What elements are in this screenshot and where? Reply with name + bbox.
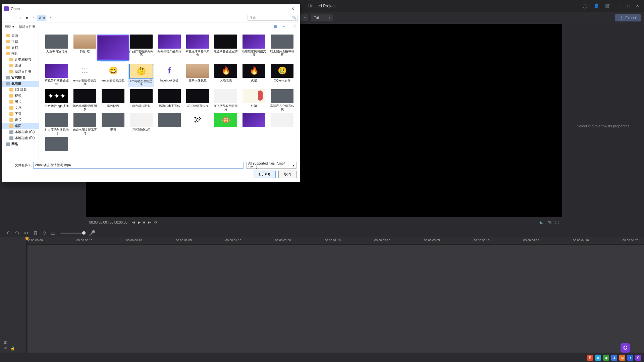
nav-back-icon[interactable]: ← [4, 16, 9, 19]
file-filter-combo[interactable]: All supported files (*.mp4 *.m...) ▾ [246, 162, 297, 169]
resolution-dropdown[interactable]: Full▾ [311, 14, 333, 21]
file-thumbnail[interactable]: 动感酷炫快闪图文商 [241, 35, 267, 62]
sidebar-item[interactable]: 图片 [2, 99, 39, 105]
file-thumbnail[interactable]: 时尚简约年终总结计 [44, 113, 70, 135]
dialog-close-button[interactable]: ✕ [288, 5, 298, 12]
sidebar-item[interactable]: 视频 [2, 93, 39, 99]
voice-button[interactable]: 🎤 [89, 230, 95, 236]
user-icon[interactable]: 👤 [594, 3, 599, 8]
file-thumbnail[interactable]: 描边艺术字宣传 [156, 89, 182, 111]
file-thumbnail[interactable]: 🔥火焰燃烧 [213, 64, 239, 87]
prev-frame-button[interactable]: ⏮ [131, 220, 135, 224]
file-thumbnail[interactable]: 花艺培训宣传片 [184, 89, 211, 111]
undo-button[interactable]: ↶ [6, 230, 10, 236]
export-button[interactable]: Export [615, 14, 641, 21]
organize-menu[interactable]: 组织 ▾ [5, 24, 14, 29]
file-thumbnail[interactable]: 背景人像视频 [184, 64, 211, 87]
file-thumbnail[interactable]: 商务高端产品介绍 [156, 35, 182, 62]
sidebar-item[interactable]: 素材 [2, 63, 39, 69]
file-thumbnail[interactable]: 😢QQ emoji 哭 [269, 64, 295, 87]
tray-icon[interactable]: ⇅ [595, 355, 601, 361]
open-button[interactable]: 打开(O) [253, 171, 276, 178]
sidebar-item[interactable]: 3D 对象 [2, 87, 39, 93]
file-thumbnail[interactable]: 视频 [100, 113, 126, 135]
sidebar-item[interactable]: 本地磁盘 (C:) [2, 129, 39, 135]
file-thumbnail[interactable] [156, 113, 182, 135]
track-lock-icon[interactable]: 🔒 [10, 346, 15, 351]
playhead[interactable] [27, 237, 27, 353]
file-thumbnail[interactable]: ✦✦✦白色华贵logo演绎 [44, 89, 70, 111]
file-thumbnail[interactable]: 🤔emoji动态表情思考 [128, 64, 154, 87]
new-folder-button[interactable]: 新建文件夹 [19, 24, 36, 29]
snapshot-icon[interactable]: 📷 [547, 221, 551, 224]
stop-button[interactable]: ■ [143, 220, 146, 224]
sidebar-item[interactable]: 下载 [2, 111, 39, 117]
nav-fwd-icon[interactable]: → [11, 16, 17, 19]
file-thumbnail[interactable]: 黑色质感快闪拼图多 [72, 89, 98, 111]
sidebar-item[interactable]: 下载 [2, 39, 39, 45]
close-button[interactable]: ✕ [633, 2, 641, 10]
file-thumbnail[interactable]: 🕊 [184, 113, 211, 135]
fullscreen-icon[interactable]: ⛶ [555, 221, 559, 224]
cancel-button[interactable]: 取消 [278, 171, 297, 178]
help-icon[interactable]: ◯ [583, 3, 588, 8]
file-thumbnail[interactable] [44, 137, 70, 152]
loop-button[interactable]: ⟳ [154, 220, 157, 225]
file-thumbnail[interactable]: 暗色快闪 [100, 89, 126, 111]
file-thumbnail[interactable]: 高端产品介绍宣传视 [269, 89, 295, 111]
sidebar-item[interactable]: 文档 [2, 45, 39, 51]
marker-button[interactable]: ◊ [43, 230, 46, 236]
split-button[interactable]: ✂ [24, 230, 29, 236]
sidebar-item[interactable]: WPS网盘 [2, 75, 39, 81]
tray-icon[interactable]: ◉ [603, 355, 609, 361]
mute-icon[interactable]: 🔈 [539, 221, 543, 224]
sidebar-item[interactable]: 网络 [2, 141, 39, 147]
file-thumbnail[interactable]: 商务产品介绍宣传片 [213, 89, 239, 111]
delete-button[interactable]: 🗑 [33, 230, 39, 236]
file-thumbnail[interactable]: 紫色梦幻商务企业年 [44, 64, 70, 87]
crop-button[interactable]: ▭ [51, 230, 56, 236]
file-thumbnail[interactable]: 暗色科技商务 [128, 89, 154, 111]
maximize-button[interactable]: □ [625, 2, 633, 10]
sidebar-item[interactable]: 新建文件夹 [2, 69, 39, 75]
file-thumbnail[interactable]: 花艺讲解快闪 [128, 113, 154, 135]
file-thumbnail[interactable] [269, 113, 295, 135]
file-thumbnail[interactable]: 抖音 红 [72, 35, 98, 62]
cart-icon[interactable]: 🛒 [605, 3, 610, 8]
redo-button[interactable]: ↷ [15, 230, 19, 236]
file-thumbnail[interactable] [241, 113, 267, 135]
filename-input[interactable]: emoji动态表情思考.mp4 [33, 162, 244, 169]
timeline-zoom-slider[interactable] [60, 233, 84, 234]
sidebar-item[interactable]: 此电脑 [2, 81, 39, 87]
file-thumbnail[interactable]: facebook点赞 [156, 64, 182, 87]
sidebar-item[interactable]: 文档 [2, 105, 39, 111]
dialog-file-grid[interactable]: 儿童教育宣传片抖音 红产品广告视频商务黑商务高端产品介绍紫色流体商务风年会黑金商… [39, 31, 300, 159]
sidebar-item[interactable]: 本地磁盘 (D:) [2, 135, 39, 141]
play-button[interactable]: ▶ [138, 220, 141, 225]
tray-icon[interactable]: ✦ [627, 355, 633, 361]
timeline-tracks[interactable]: 00:00:00:0000:00:00:1000:00:00:2000:00:0… [27, 237, 644, 353]
file-thumbnail[interactable]: 🔥火焰 [241, 64, 267, 87]
view-dropdown-icon[interactable]: ▾ [283, 24, 288, 29]
sidebar-item[interactable]: 音乐 [2, 117, 39, 123]
nav-up-icon[interactable]: ↑ [19, 16, 22, 19]
tray-icon[interactable]: S [587, 355, 593, 361]
dialog-address-bar[interactable]: ← → ↑ ■ › 桌面 › 搜索 🔍 [2, 13, 300, 22]
sidebar-item[interactable]: 桌面 [2, 33, 39, 39]
timeline-ruler[interactable]: 00:00:00:0000:00:00:1000:00:00:2000:00:0… [27, 237, 644, 245]
file-thumbnail[interactable]: 黑金商务企业宣传 [213, 35, 239, 62]
sidebar-item[interactable]: 图片 [2, 51, 39, 57]
help-icon[interactable]: ❔ [292, 24, 297, 29]
file-thumbnail[interactable]: 🐵 [213, 113, 239, 135]
file-thumbnail[interactable]: 😄emoji 表情动态包 [100, 64, 126, 87]
sidebar-item[interactable]: 此电脑视频 [2, 57, 39, 63]
file-thumbnail[interactable]: 紫色流体商务风年会 [184, 35, 211, 62]
file-thumbnail[interactable]: 红裙 [241, 89, 267, 111]
file-thumbnail[interactable] [100, 35, 126, 62]
view-mode-icon[interactable]: ▦ [274, 24, 278, 29]
tray-icon[interactable]: ⬇ [611, 355, 617, 361]
file-thumbnail[interactable]: 产品广告视频商务黑 [128, 35, 154, 62]
app-badge-icon[interactable]: C [621, 343, 630, 353]
dialog-sidebar[interactable]: 桌面下载文档图片此电脑视频素材新建文件夹WPS网盘此电脑3D 对象视频图片文档下… [2, 31, 39, 159]
minimize-button[interactable]: ─ [616, 2, 624, 10]
